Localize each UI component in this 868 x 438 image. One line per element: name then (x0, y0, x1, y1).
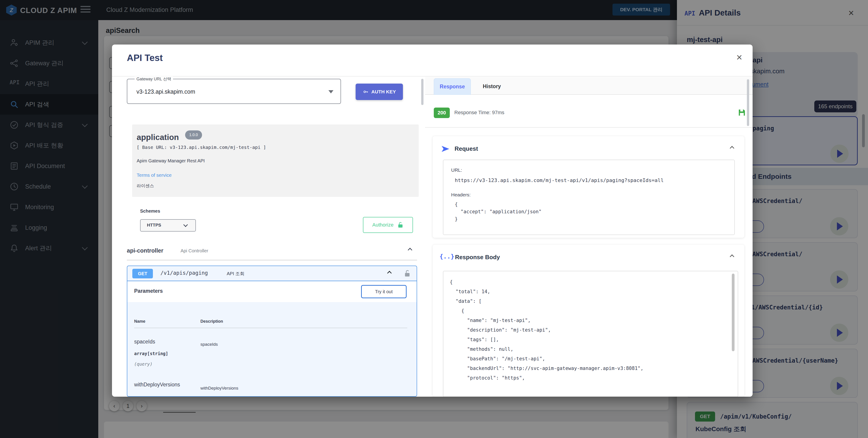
request-headers-json: { "accept": "application/json" } (455, 201, 541, 223)
scheme-select[interactable]: HTTPS (140, 219, 196, 232)
swagger-base-url: [ Base URL: v3-123.api.skapim.com/mj-tes… (137, 144, 266, 150)
param-description: spaceIds (200, 342, 218, 347)
status-divider (425, 127, 752, 128)
headers-label: Headers: (451, 192, 471, 198)
license-text: 라이센스 (137, 183, 154, 189)
left-pane-scrollbar[interactable] (421, 79, 424, 105)
chevron-down-icon (183, 223, 188, 227)
collapse-controller-icon[interactable] (408, 248, 412, 252)
try-it-out-button[interactable]: Try it out (361, 285, 407, 298)
modal-close-icon[interactable]: × (736, 52, 742, 62)
request-detail-box: URL: https://v3-123.api.skapim.com/mj-te… (443, 160, 735, 235)
braces-icon: {..} (439, 253, 454, 260)
param-description-2: withDeployVersions (200, 386, 238, 391)
select-caret-icon (329, 90, 334, 93)
gateway-url-value: v3-123.api.skapim.com (136, 89, 195, 95)
request-card: Request URL: https://v3-123.api.skapim.c… (432, 136, 745, 238)
swagger-info-block: application 1.0.0 [ Base URL: v3-123.api… (132, 125, 419, 197)
controller-description: Api Controller (181, 248, 208, 254)
parameters-header: Parameters Try it out (127, 281, 416, 302)
collapse-response-icon[interactable] (730, 255, 734, 259)
modal-header-divider (112, 76, 752, 76)
tab-response[interactable]: Response (434, 78, 471, 95)
param-name-2: withDeployVersions (134, 381, 180, 388)
response-time-text: Response Time: 97ms (454, 110, 504, 115)
api-test-modal: API Test × Gateway URL 선택 v3-123.api.ska… (112, 44, 752, 397)
tab-history[interactable]: History (476, 78, 508, 95)
modal-title: API Test (127, 53, 163, 63)
authorize-button[interactable]: Authorize (363, 217, 413, 233)
param-name: spaceIds (134, 339, 155, 345)
response-body-scrollbar[interactable] (732, 274, 735, 351)
response-body-card: {..} Response Body { "total": 14, "data"… (432, 244, 745, 397)
response-body-title: Response Body (455, 254, 500, 261)
request-title: Request (455, 145, 478, 152)
lock-open-icon[interactable] (403, 269, 411, 278)
schemes-label: Schemes (140, 208, 160, 214)
status-code-badge: 200 (434, 107, 450, 118)
save-icon[interactable] (737, 107, 746, 117)
swagger-description: Apim Gateway Manager Rest API (137, 158, 205, 164)
param-location: (query) (134, 362, 152, 367)
gateway-url-label: Gateway URL 선택 (134, 76, 173, 82)
collapse-request-icon[interactable] (730, 146, 734, 150)
operation-header[interactable]: GET /v1/apis/paging API 조회 (127, 266, 416, 281)
get-operation-block: GET /v1/apis/paging API 조회 Parameters Tr… (127, 266, 417, 397)
response-body-json: { "total": 14, "data": [ { "name": "mj-t… (450, 277, 643, 383)
response-body-box: { "total": 14, "data": [ { "name": "mj-t… (443, 271, 738, 397)
key-icon (363, 89, 369, 95)
unlock-icon (397, 222, 404, 228)
result-tabs: Response History (425, 77, 752, 95)
auth-key-button[interactable]: AUTH KEY (355, 83, 403, 100)
param-name-column: Name (134, 319, 145, 324)
param-type: array[string] (134, 351, 168, 356)
screen: Cloud Z Modernization Platform DEV. PORT… (0, 0, 868, 438)
operation-path: /v1/apis/paging (160, 270, 208, 276)
collapse-operation-icon[interactable] (387, 271, 392, 275)
controller-name: api-controller (127, 247, 163, 254)
send-arrow-icon (440, 144, 451, 154)
parameters-title: Parameters (134, 288, 163, 294)
swagger-version-badge: 1.0.0 (185, 130, 202, 139)
param-table-divider (134, 328, 407, 328)
swagger-app-name: application (137, 133, 179, 142)
right-pane-scrollbar[interactable] (747, 79, 749, 126)
operation-summary: API 조회 (227, 271, 245, 277)
request-url: https://v3-123.api.skapim.com/mj-test-ap… (455, 177, 664, 183)
gateway-url-select[interactable]: Gateway URL 선택 v3-123.api.skapim.com (127, 79, 341, 104)
param-description-column: Description (200, 319, 223, 324)
controller-divider (127, 260, 417, 260)
terms-of-service-link[interactable]: Terms of service (137, 172, 172, 178)
scheme-value: HTTPS (147, 223, 161, 228)
url-label: URL: (451, 167, 462, 173)
get-method-badge: GET (132, 269, 153, 278)
